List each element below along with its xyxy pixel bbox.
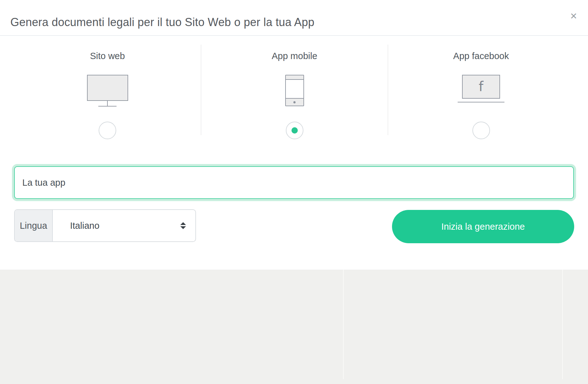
language-group: Lingua Italiano	[14, 209, 196, 242]
radio-app-mobile[interactable]	[286, 122, 303, 139]
desktop-icon	[14, 75, 201, 107]
device-option-app-mobile[interactable]: App mobile	[201, 44, 388, 138]
header-divider	[0, 35, 588, 36]
close-button[interactable]: ✕	[569, 11, 579, 22]
generator-dialog: Genera documenti legali per il tuo Sito …	[0, 0, 588, 384]
close-icon: ✕	[570, 11, 577, 21]
app-name-input[interactable]	[14, 166, 574, 199]
facebook-app-icon: f	[388, 75, 574, 107]
device-option-label: Sito web	[14, 51, 201, 61]
page-title: Genera documenti legali per il tuo Sito …	[10, 16, 314, 29]
radio-app-facebook[interactable]	[472, 122, 490, 139]
device-option-sito-web[interactable]: Sito web	[14, 44, 201, 138]
footer-divider	[343, 270, 344, 379]
generate-button[interactable]: Inizia la generazione	[392, 210, 574, 243]
device-option-app-facebook[interactable]: App facebook f	[388, 44, 574, 138]
language-label: Lingua	[15, 210, 53, 241]
mobile-icon	[201, 75, 388, 107]
sort-arrows-icon	[180, 222, 186, 229]
device-option-label: App mobile	[201, 51, 388, 61]
radio-sito-web[interactable]	[99, 122, 116, 139]
device-option-label: App facebook	[388, 51, 574, 61]
language-select[interactable]: Italiano	[53, 210, 195, 241]
footer-divider	[562, 270, 563, 379]
language-value: Italiano	[70, 221, 100, 231]
footer-section: iubenda Ti ai di le dedi Soluzioni p le …	[0, 270, 588, 384]
